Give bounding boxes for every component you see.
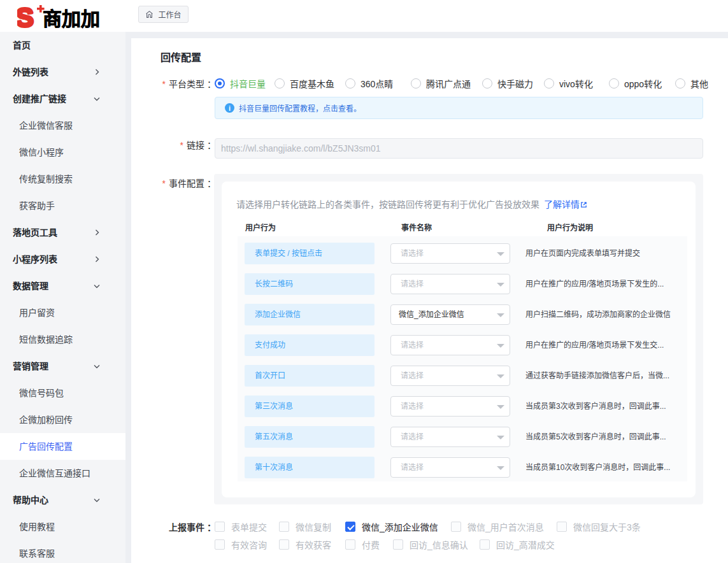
svg-text:S: S: [17, 3, 34, 31]
